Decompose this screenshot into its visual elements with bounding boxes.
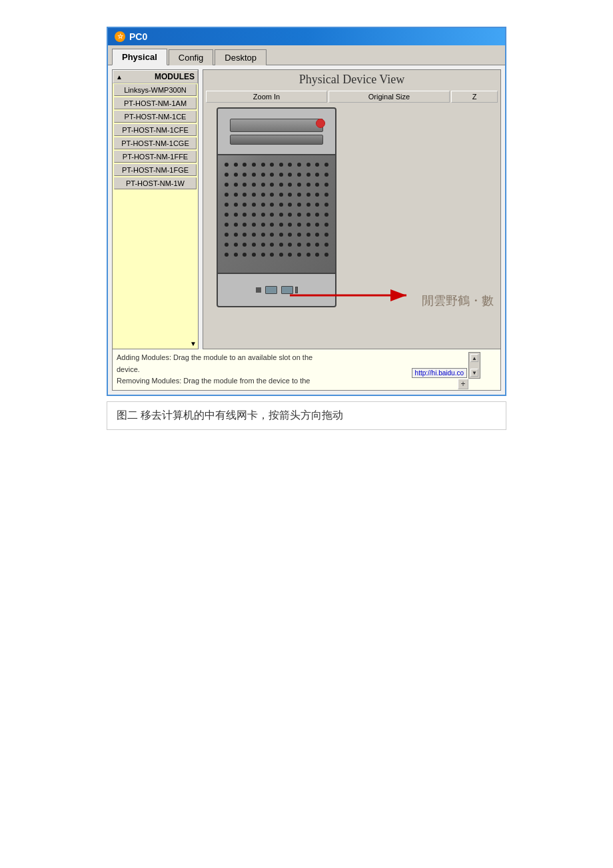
- module-item-nm1w[interactable]: PT-HOST-NM-1W: [114, 177, 197, 189]
- module-item-linksys[interactable]: Linksys-WMP300N: [114, 84, 197, 96]
- scrollbar-down-btn[interactable]: ▼: [470, 369, 478, 377]
- original-size-button[interactable]: Original Size: [328, 91, 450, 103]
- vent-hole: [288, 163, 292, 167]
- vent-hole: [315, 193, 319, 197]
- vent-hole: [234, 183, 238, 187]
- pc-device: [217, 107, 350, 321]
- vent-hole: [225, 203, 229, 207]
- vent-hole: [297, 243, 301, 247]
- pc-vent-area: [218, 155, 335, 264]
- vent-hole: [243, 243, 247, 247]
- vent-hole: [279, 203, 283, 207]
- watermark: 閒雲野鶴・數: [422, 293, 494, 309]
- vent-hole: [297, 203, 301, 207]
- vent-hole: [270, 203, 274, 207]
- vent-hole: [324, 233, 328, 237]
- vent-hole: [270, 183, 274, 187]
- vent-hole: [306, 183, 310, 187]
- scroll-up-arrow[interactable]: ▲: [116, 73, 123, 81]
- vent-hole: [261, 253, 265, 257]
- vent-hole: [243, 253, 247, 257]
- vent-hole: [288, 223, 292, 227]
- vent-hole: [261, 233, 265, 237]
- vent-hole: [324, 253, 328, 257]
- vent-hole: [234, 203, 238, 207]
- vent-hole: [297, 213, 301, 217]
- vent-hole: [279, 183, 283, 187]
- vent-hole: [261, 163, 265, 167]
- vent-hole: [261, 223, 265, 227]
- status-line1: Adding Modules: Drag the module to an av…: [117, 353, 312, 361]
- vent-hole: [234, 193, 238, 197]
- tab-desktop[interactable]: Desktop: [215, 49, 267, 65]
- vent-hole: [324, 163, 328, 167]
- vent-hole: [270, 253, 274, 257]
- vent-hole: [315, 233, 319, 237]
- vent-hole: [288, 233, 292, 237]
- modules-spacer: [113, 190, 198, 339]
- status-line3: Removing Modules: Drag the module from t…: [117, 377, 310, 385]
- status-line2: device.: [117, 365, 140, 373]
- vent-hole: [225, 173, 229, 177]
- vent-hole: [234, 173, 238, 177]
- module-item-nm1am[interactable]: PT-HOST-NM-1AM: [114, 97, 197, 109]
- zoom-out-button[interactable]: Z: [451, 91, 498, 103]
- vent-hole: [279, 163, 283, 167]
- vent-hole: [252, 203, 256, 207]
- scroll-down-arrow[interactable]: ▼: [190, 340, 197, 347]
- vent-hole: [261, 213, 265, 217]
- vent-hole: [279, 173, 283, 177]
- vent-hole: [270, 213, 274, 217]
- power-button: [316, 119, 325, 128]
- vent-hole: [225, 183, 229, 187]
- vent-hole: [315, 163, 319, 167]
- vent-hole: [270, 163, 274, 167]
- vent-hole: [288, 173, 292, 177]
- vent-hole: [324, 203, 328, 207]
- tab-config[interactable]: Config: [169, 49, 214, 65]
- vent-hole: [225, 243, 229, 247]
- status-plus-button[interactable]: +: [458, 379, 468, 389]
- vent-hole: [324, 173, 328, 177]
- tab-physical[interactable]: Physical: [112, 49, 167, 65]
- vent-hole: [252, 223, 256, 227]
- vent-hole: [270, 233, 274, 237]
- port-rj45-1: [265, 286, 277, 294]
- vent-hole: [234, 223, 238, 227]
- vent-hole: [252, 243, 256, 247]
- vent-hole: [297, 223, 301, 227]
- module-item-nm1cge[interactable]: PT-HOST-NM-1CGE: [114, 137, 197, 149]
- port-dot: [256, 287, 261, 293]
- window-content: ▲ MODULES Linksys-WMP300N PT-HOST-NM-1AM…: [108, 65, 505, 395]
- vent-hole: [279, 253, 283, 257]
- vent-hole: [243, 233, 247, 237]
- vent-hole: [297, 253, 301, 257]
- vent-hole: [261, 183, 265, 187]
- module-item-nm1fge[interactable]: PT-HOST-NM-1FGE: [114, 164, 197, 176]
- vent-hole: [297, 183, 301, 187]
- vent-hole: [270, 243, 274, 247]
- vent-hole: [252, 233, 256, 237]
- tabs-bar: Physical Config Desktop: [108, 45, 505, 65]
- vent-hole: [252, 183, 256, 187]
- window-title: PC0: [129, 31, 147, 42]
- module-item-nm1ffe[interactable]: PT-HOST-NM-1FFE: [114, 151, 197, 163]
- scrollbar-up-btn[interactable]: ▲: [470, 354, 478, 362]
- pc-bottom-ports: [218, 273, 335, 306]
- vent-hole: [306, 233, 310, 237]
- vent-hole: [297, 173, 301, 177]
- port-slot: [295, 287, 298, 293]
- status-area: Adding Modules: Drag the module to an av…: [112, 349, 501, 391]
- device-view-title: Physical Device View: [203, 70, 500, 89]
- device-image-area: 閒雲野鶴・數: [203, 104, 500, 349]
- module-item-nm1cfe[interactable]: PT-HOST-NM-1CFE: [114, 124, 197, 136]
- vent-hole: [306, 223, 310, 227]
- vent-hole: [225, 233, 229, 237]
- modules-header: ▲ MODULES: [113, 70, 198, 83]
- vent-hole: [243, 183, 247, 187]
- main-area: ▲ MODULES Linksys-WMP300N PT-HOST-NM-1AM…: [112, 69, 501, 349]
- zoom-in-button[interactable]: Zoom In: [206, 91, 327, 103]
- vent-hole: [306, 203, 310, 207]
- vent-hole: [288, 253, 292, 257]
- module-item-nm1ce[interactable]: PT-HOST-NM-1CE: [114, 111, 197, 123]
